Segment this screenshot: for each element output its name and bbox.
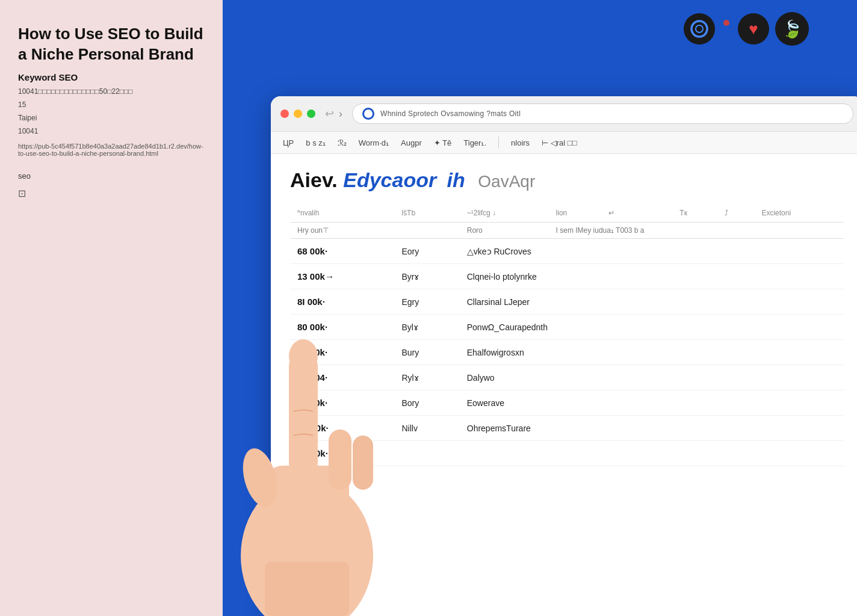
svg-point-1 (696, 25, 703, 32)
svg-point-0 (691, 21, 707, 37)
page-title-area: Aiev. Edycaoor ih OavAqr (290, 168, 844, 192)
cell-volume-7: S0 00k· (290, 416, 394, 441)
toolbar-label-3: ℛ₂ (338, 138, 347, 147)
toolbar-label-augpr: Augpr (401, 138, 422, 147)
browser-chrome: ↩ › Whnind Sprotech Ovsamowing ?mats Oit… (271, 96, 857, 132)
col-header-3: ~¹2lifcg ↓ (460, 204, 549, 223)
col-header-2: ls̈Tb (394, 204, 459, 223)
cell-col2-8 (394, 441, 459, 466)
browser-window: ↩ › Whnind Sprotech Ovsamowing ?mats Oit… (271, 96, 857, 616)
cell-col2-5: Rylɤ (394, 365, 459, 390)
toolbar-label-1: ЦΡ (283, 138, 294, 147)
cell-col3-4: Ehalfowigrosxn (460, 340, 844, 365)
keyword-label: Keyword SEO (18, 72, 205, 82)
table-row[interactable]: S0 00k· Nillv OhrepemsTurare (290, 416, 844, 441)
cell-col2-4: Bury (394, 340, 459, 365)
meta-line-3: Taipei (18, 114, 205, 122)
page-heading-part2: Edycaoor (343, 168, 436, 191)
copy-icon[interactable]: ⊡ (18, 188, 205, 199)
col-header-5: ↵ (601, 204, 643, 223)
cell-col3-3: PonwΩ_Caurapednth (460, 315, 844, 340)
cell-col2-0: Eory (394, 239, 459, 264)
cell-volume-1: 13 00k→ (290, 264, 394, 289)
traffic-light-green[interactable] (307, 109, 315, 118)
toolbar-label-ral: ⊢ ◁ral □□ (542, 138, 577, 147)
nav-back[interactable]: ↩ (325, 107, 334, 120)
toolbar-item-nloirs[interactable]: nloirs (511, 138, 530, 147)
meta-line-1: 10041□□□□□□□□□□□□□□50□22□□□ (18, 87, 205, 96)
meta-line-4: 10041 (18, 127, 205, 135)
page-heading-part4: OavAqr (478, 172, 535, 191)
cell-volume-0: 68 00k· (290, 239, 394, 264)
table-row[interactable]: 32 00k· Bory Eowerave (290, 390, 844, 416)
cell-volume-4: 82 00k· (290, 340, 394, 365)
traffic-light-yellow[interactable] (294, 109, 302, 118)
toolbar-item-ral[interactable]: ⊢ ◁ral □□ (542, 138, 577, 147)
cell-col3-8 (460, 441, 844, 466)
cell-col3-1: Clqnei-lo ptolynrke (460, 264, 844, 289)
table-row[interactable]: 8I 00k· Egry Cllarsinal LJeper (290, 289, 844, 315)
toolbar-item-2[interactable]: b s z₁ (306, 138, 325, 147)
icon-circle-3: ♥ (738, 13, 769, 45)
address-bar[interactable]: Whnind Sprotech Ovsamowing ?mats Oitl (352, 103, 853, 124)
cell-volume-5: 17 004· (290, 365, 394, 390)
toolbar-label-2: b s z₁ (306, 138, 325, 147)
col-header-8: ⤴ (717, 204, 754, 223)
table-row[interactable]: 68 00k· Eory △vkeɔ RuCroves (290, 239, 844, 264)
toolbar-divider (498, 137, 499, 149)
cell-col3-6: Eowerave (460, 390, 844, 416)
right-panel: ♥ 🍃 ↩ › Whnind Sprotech Ovsamowing ?mats… (223, 0, 857, 616)
cell-col2-1: Byrɤ (394, 264, 459, 289)
toolbar-label-worm: Worm·d₁ (359, 138, 389, 147)
toolbar-item-augpr[interactable]: Augpr (401, 138, 422, 147)
toolbar-item-worm[interactable]: Worm·d₁ (359, 138, 389, 147)
cell-col2-2: Egry (394, 289, 459, 315)
table-row[interactable]: 80 00k· Bylɤ PonwΩ_Caurapednth (290, 315, 844, 340)
icon-circle-4: 🍃 (775, 12, 809, 46)
cell-col3-0: △vkeɔ RuCroves (460, 239, 844, 264)
subheader-col3: I sem IMey iudua₁ T003 b a (549, 223, 844, 239)
cell-volume-6: 32 00k· (290, 390, 394, 416)
col-header-4: lion (549, 204, 601, 223)
cell-col2-6: Bory (394, 390, 459, 416)
browser-nav: ↩ › (325, 107, 342, 120)
subheader-col2: Roro (460, 223, 549, 239)
col-header-9: Excietoni (754, 204, 844, 223)
cell-col2-7: Nillv (394, 416, 459, 441)
traffic-lights (280, 109, 315, 118)
top-icons-area: ♥ 🍃 (684, 12, 809, 46)
table-row[interactable]: 8F 00k· (290, 441, 844, 466)
page-heading-part1: Aiev. (290, 168, 338, 191)
toolbar-item-3[interactable]: ℛ₂ (338, 138, 347, 147)
col-header-1: ʰnvalih (290, 204, 394, 223)
left-panel: How to Use SEO to Build a Niche Personal… (0, 0, 223, 616)
toolbar-item-1[interactable]: ЦΡ (283, 138, 294, 147)
cell-volume-2: 8I 00k· (290, 289, 394, 315)
toolbar-label-te: ✦ Tē (434, 138, 452, 147)
cell-volume-8: 8F 00k· (290, 441, 394, 466)
article-title: How to Use SEO to Build a Niche Personal… (18, 24, 205, 65)
nav-forward[interactable]: › (339, 108, 342, 120)
page-heading-part3: ih (447, 168, 465, 191)
cell-volume-3: 80 00k· (290, 315, 394, 340)
data-table: ʰnvalih ls̈Tb ~¹2lifcg ↓ lion ↵ Tк ⤴ Exc… (290, 204, 844, 466)
table-row[interactable]: 13 00k→ Byrɤ Clqnei-lo ptolynrke (290, 264, 844, 289)
cell-col3-2: Cllarsinal LJeper (460, 289, 844, 315)
traffic-light-red[interactable] (280, 109, 289, 118)
table-row[interactable]: 82 00k· Bury Ehalfowigrosxn (290, 340, 844, 365)
article-url[interactable]: https://pub-5c454f571b8e40a3a2aad27ade84… (18, 143, 205, 157)
browser-content: Aiev. Edycaoor ih OavAqr ʰnvalih ls̈Tb ~… (271, 154, 857, 616)
toolbar-item-tiger[interactable]: Tiger₁. (463, 138, 486, 147)
col-header-6 (643, 204, 672, 223)
icon-circle-2 (721, 17, 732, 28)
cell-col3-5: Dalywo (460, 365, 844, 390)
address-bar-text: Whnind Sprotech Ovsamowing ?mats Oitl (380, 109, 521, 118)
col-header-7: Tк (672, 204, 717, 223)
table-row[interactable]: 17 004· Rylɤ Dalywo (290, 365, 844, 390)
toolbar-item-te[interactable]: ✦ Tē (434, 138, 452, 147)
address-bar-circle-icon (362, 108, 374, 120)
cell-col3-7: OhrepemsTurare (460, 416, 844, 441)
cell-col2-3: Bylɤ (394, 315, 459, 340)
subheader-col1: Hry oun⊤ (290, 223, 460, 239)
toolbar-label-tiger: Tiger₁. (463, 138, 486, 147)
